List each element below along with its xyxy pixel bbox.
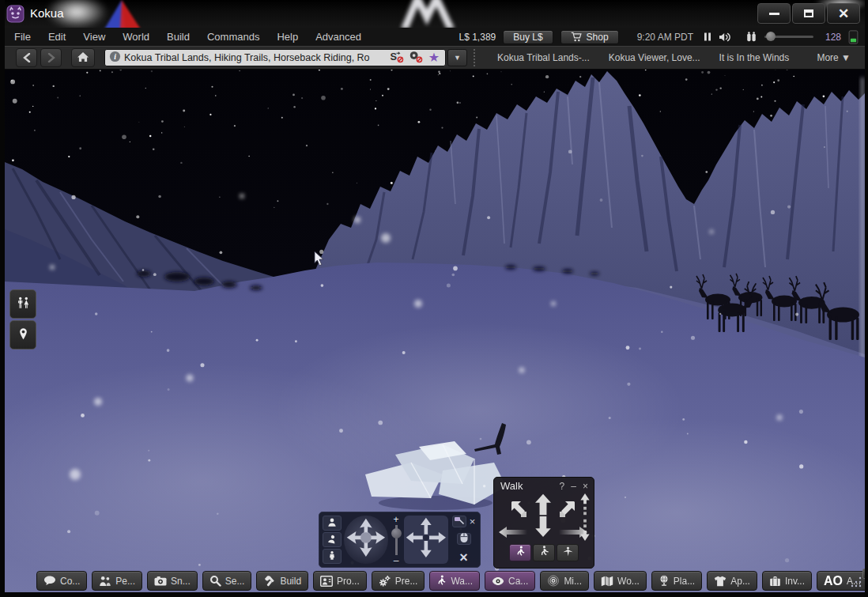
zoom-slider-track[interactable] bbox=[395, 525, 398, 555]
move-back-button[interactable] bbox=[535, 516, 551, 540]
forward-button[interactable] bbox=[40, 48, 62, 67]
menu-world[interactable]: World bbox=[123, 31, 149, 43]
toolbar-label: Wa... bbox=[451, 576, 473, 587]
toolbar-places-button[interactable]: Pla... bbox=[651, 571, 702, 591]
volume-icon[interactable] bbox=[719, 32, 732, 43]
currency-balance[interactable]: L$ 1,389 bbox=[459, 32, 496, 43]
favorite-tab-2[interactable]: Kokua Viewer, Love... bbox=[609, 52, 700, 63]
avatar-front-icon bbox=[326, 517, 338, 530]
close-button[interactable]: ✕ bbox=[827, 3, 860, 24]
menu-bar: File Edit View World Build Commands Help… bbox=[0, 28, 868, 46]
camera-zoom-control[interactable]: + – bbox=[391, 516, 402, 565]
hammer-icon bbox=[263, 575, 276, 587]
maximize-icon bbox=[804, 9, 813, 17]
zoom-slider-knob[interactable] bbox=[391, 528, 402, 538]
bandwidth-indicator-icon bbox=[848, 30, 859, 44]
movement-pad bbox=[494, 492, 594, 542]
toolbar-minimap-button[interactable]: Mi... bbox=[540, 571, 589, 591]
fly-mode-button[interactable] bbox=[557, 544, 579, 561]
no-voice-icon bbox=[408, 50, 424, 66]
walk-floater-header[interactable]: Walk ? – × bbox=[494, 478, 594, 492]
toolbar-camera-button[interactable]: Ca... bbox=[485, 571, 535, 591]
zoom-in-label[interactable]: + bbox=[394, 516, 399, 523]
shop-button[interactable]: Shop bbox=[560, 30, 619, 44]
people-panel-button[interactable] bbox=[9, 289, 36, 319]
location-history-dropdown[interactable]: ▼ bbox=[447, 49, 467, 66]
toolbar-people-button[interactable]: Pe... bbox=[92, 571, 142, 591]
resize-grip[interactable] bbox=[849, 576, 862, 591]
menu-help[interactable]: Help bbox=[277, 31, 298, 43]
camera-preset-front-button[interactable] bbox=[323, 516, 342, 531]
window-titlebar[interactable]: Kokua ✕ bbox=[0, 0, 868, 28]
background-tent-shape bbox=[98, 0, 149, 28]
toolbar-label: Build bbox=[280, 576, 301, 587]
menu-edit[interactable]: Edit bbox=[48, 31, 66, 43]
strafe-left-button[interactable] bbox=[499, 527, 527, 541]
movement-controls-floater: Walk ? – × bbox=[493, 477, 594, 569]
help-icon[interactable]: ? bbox=[560, 481, 565, 492]
camera-orbit-pad[interactable] bbox=[344, 516, 388, 564]
favorites-more-button[interactable]: More ▼ bbox=[817, 52, 851, 63]
camera-preset-rear-button[interactable] bbox=[323, 549, 342, 564]
statusbar-right: L$ 1,389 Buy L$ Shop 9:20 AM PDT 128 bbox=[459, 30, 868, 44]
draw-distance-slider[interactable] bbox=[764, 36, 813, 38]
turn-right-button[interactable] bbox=[557, 500, 576, 522]
people-icon bbox=[15, 297, 32, 312]
toolbar-snapshot-button[interactable]: Sn... bbox=[147, 571, 198, 591]
camera-preset-side-button[interactable] bbox=[323, 532, 342, 547]
camera-close-icon[interactable]: × bbox=[470, 516, 476, 527]
toolbar-walk-button[interactable]: Wa... bbox=[429, 571, 480, 591]
turn-left-button[interactable] bbox=[510, 500, 529, 522]
toolbar-profile-button[interactable]: Pro... bbox=[313, 571, 367, 591]
move-forward-button[interactable] bbox=[535, 493, 551, 519]
favorites-bar-handle[interactable] bbox=[474, 49, 478, 66]
minimize-button[interactable] bbox=[757, 3, 791, 24]
maximize-button[interactable] bbox=[792, 3, 825, 24]
toolbar-preferences-button[interactable]: Pre... bbox=[372, 571, 425, 591]
floater-close-icon[interactable]: × bbox=[459, 550, 468, 565]
favorite-tab-3[interactable]: It is In the Winds bbox=[719, 52, 790, 63]
window-title: Kokua bbox=[30, 6, 64, 20]
pause-icon[interactable] bbox=[704, 32, 711, 42]
toolbar-appearance-button[interactable]: Ap... bbox=[707, 571, 757, 591]
favorite-tab-1[interactable]: Kokua Tribal Lands-... bbox=[497, 52, 590, 63]
jump-crouch-control[interactable] bbox=[579, 493, 591, 544]
menu-build[interactable]: Build bbox=[167, 31, 190, 43]
profile-icon bbox=[320, 576, 333, 587]
toolbar-search-button[interactable]: Se... bbox=[202, 571, 252, 591]
suitcase-icon bbox=[769, 576, 781, 587]
close-floater-icon[interactable]: × bbox=[583, 481, 588, 492]
buy-currency-button[interactable]: Buy L$ bbox=[503, 30, 553, 44]
menu-view[interactable]: View bbox=[83, 31, 105, 43]
camera-pan-pad[interactable] bbox=[404, 516, 448, 564]
side-panel-rail bbox=[9, 289, 36, 350]
home-button[interactable] bbox=[71, 48, 95, 67]
location-input[interactable]: i Kokua Tribal Lands, Hiking Trails, Hor… bbox=[104, 49, 446, 66]
menu-advanced[interactable]: Advanced bbox=[315, 31, 361, 43]
zoom-out-label[interactable]: – bbox=[394, 557, 399, 565]
places-panel-button[interactable] bbox=[9, 320, 36, 350]
location-pin-icon bbox=[17, 327, 29, 343]
menu-file[interactable]: File bbox=[14, 31, 31, 43]
toolbar-label: Ca... bbox=[508, 576, 528, 587]
favorite-star-icon[interactable]: ★ bbox=[428, 51, 440, 64]
camera-modes-button[interactable] bbox=[452, 516, 466, 527]
menu-commands[interactable]: Commands bbox=[207, 31, 259, 43]
parcel-info-icon[interactable]: i bbox=[109, 51, 121, 66]
draw-distance-value: 128 bbox=[821, 32, 841, 43]
movement-modes bbox=[494, 544, 594, 561]
back-button[interactable] bbox=[16, 48, 37, 67]
run-mode-button[interactable] bbox=[533, 544, 555, 561]
walk-mode-button[interactable] bbox=[509, 544, 531, 561]
mouselook-button[interactable] bbox=[457, 533, 471, 545]
toolbar-converse-button[interactable]: Co... bbox=[36, 571, 87, 591]
minimize-floater-icon[interactable]: – bbox=[571, 481, 576, 492]
toolbar-worldmap-button[interactable]: Wo... bbox=[594, 571, 647, 591]
toolbar-inventory-button[interactable]: Inv... bbox=[762, 571, 812, 591]
camera-icon bbox=[154, 576, 167, 586]
toolbar-build-button[interactable]: Build bbox=[256, 571, 308, 591]
slider-knob[interactable] bbox=[766, 32, 776, 41]
ao-settings-toggle[interactable] bbox=[862, 569, 868, 579]
camera-floater-side: × × bbox=[451, 516, 477, 565]
kokua-logo-icon bbox=[6, 5, 25, 23]
